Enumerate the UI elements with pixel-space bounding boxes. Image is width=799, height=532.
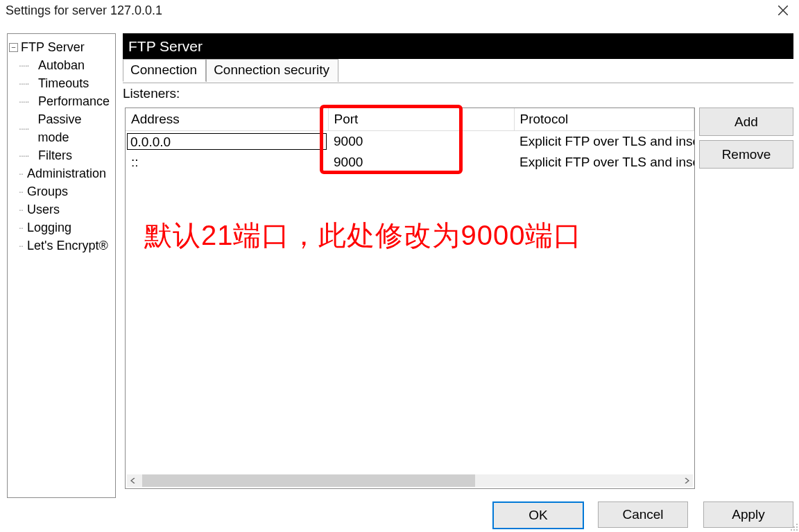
- close-icon: [778, 6, 788, 15]
- cancel-button[interactable]: Cancel: [598, 501, 688, 528]
- column-header-protocol[interactable]: Protocol: [514, 108, 694, 131]
- tree-item-timeouts[interactable]: ·····Timeouts: [19, 74, 115, 92]
- resize-grip-icon[interactable]: [788, 521, 798, 531]
- cell-address[interactable]: ::: [126, 152, 328, 173]
- section-header-label: FTP Server: [128, 38, 203, 55]
- cell-protocol[interactable]: Explicit FTP over TLS and insecure plain…: [514, 152, 694, 173]
- ok-button[interactable]: OK: [492, 501, 584, 529]
- tab-connection-security[interactable]: Connection security: [206, 59, 338, 82]
- titlebar: Settings for server 127.0.0.1: [0, 0, 799, 21]
- window-title: Settings for server 127.0.0.1: [0, 3, 162, 18]
- column-header-port[interactable]: Port: [328, 108, 514, 131]
- cell-protocol[interactable]: Explicit FTP over TLS and insecure plain…: [514, 131, 694, 153]
- tab-connection[interactable]: Connection: [123, 59, 206, 82]
- remove-button[interactable]: Remove: [699, 140, 793, 169]
- tree-item-administration[interactable]: ··Administration: [19, 164, 115, 182]
- chevron-left-icon: [130, 478, 136, 483]
- annotation-text: 默认21端口，此处修改为9000端口: [144, 216, 688, 255]
- column-header-address[interactable]: Address: [126, 108, 328, 131]
- chevron-right-icon: [684, 478, 689, 483]
- scroll-left-button[interactable]: [127, 474, 139, 487]
- settings-window: { "window_title": "Settings for server 1…: [0, 0, 799, 532]
- horizontal-scrollbar[interactable]: [127, 474, 693, 487]
- tree-item-logging[interactable]: ··Logging: [19, 218, 115, 237]
- tree-item-passive-mode[interactable]: ·····Passive mode: [19, 110, 115, 146]
- tree-root-label: FTP Server: [21, 38, 85, 56]
- tree-item-filters[interactable]: ·····Filters: [19, 146, 115, 164]
- apply-button[interactable]: Apply: [703, 501, 793, 528]
- tree-item-groups[interactable]: ··Groups: [19, 182, 115, 200]
- collapse-icon[interactable]: −: [9, 43, 18, 52]
- cell-port[interactable]: 9000: [328, 152, 514, 173]
- tree-item-autoban[interactable]: ·····Autoban: [19, 56, 115, 74]
- add-button[interactable]: Add: [699, 108, 793, 136]
- cell-port[interactable]: 9000: [328, 131, 514, 153]
- listeners-label: Listeners:: [123, 86, 180, 101]
- scroll-right-button[interactable]: [680, 474, 693, 487]
- listeners-table: Address Port Protocol 0.0.0.0 9000 Expli…: [125, 108, 695, 489]
- close-button[interactable]: [767, 0, 799, 21]
- address-edit-input[interactable]: 0.0.0.0: [127, 133, 327, 150]
- navigation-tree: − FTP Server ·····Autoban ·····Timeouts …: [7, 33, 116, 498]
- scrollbar-thumb[interactable]: [142, 474, 475, 487]
- tab-strip: ConnectionConnection security: [123, 59, 793, 83]
- tree-item-lets-encrypt[interactable]: ··Let's Encrypt®: [19, 237, 115, 255]
- tree-root-ftp-server[interactable]: − FTP Server: [9, 38, 115, 56]
- table-row[interactable]: :: 9000 Explicit FTP over TLS and insecu…: [126, 152, 694, 173]
- tree-item-performance[interactable]: ·····Performance: [19, 92, 115, 110]
- section-header: FTP Server: [123, 33, 793, 59]
- tree-item-users[interactable]: ··Users: [19, 200, 115, 218]
- table-row[interactable]: 0.0.0.0 9000 Explicit FTP over TLS and i…: [126, 131, 694, 153]
